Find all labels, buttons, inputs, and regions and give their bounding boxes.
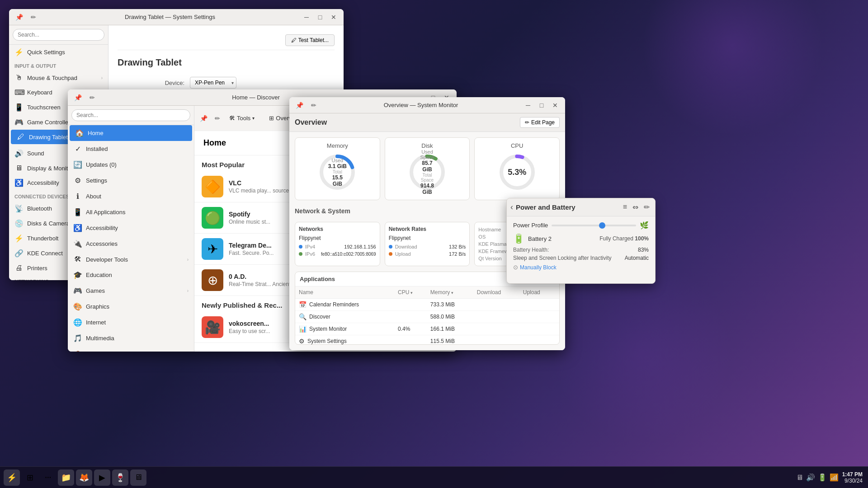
browser-btn[interactable]: 🦊 bbox=[76, 469, 92, 486]
disc-settings-label: Settings bbox=[86, 177, 107, 184]
power-settings-icon[interactable]: ⇔ bbox=[631, 201, 640, 213]
upload-rate-row: Upload 172 B/s bbox=[389, 250, 466, 258]
disc-item-internet[interactable]: 🌐 Internet bbox=[68, 314, 194, 330]
table-row[interactable]: 📅 Calendar Reminders 733.3 MiB bbox=[295, 299, 559, 311]
settings-minimize-btn[interactable]: ─ bbox=[300, 11, 313, 23]
col-upload[interactable]: Upload bbox=[519, 286, 559, 299]
settings-pin-btn[interactable]: 📌 bbox=[13, 11, 25, 23]
table-row[interactable]: 🔍 Discover 588.0 MiB bbox=[295, 311, 559, 323]
start-btn[interactable]: ⚡ bbox=[4, 469, 20, 486]
kde-connect-icon: 🔗 bbox=[14, 249, 24, 258]
task-manager-btn[interactable]: ⊞ bbox=[22, 469, 38, 486]
sysmon-edit-btn[interactable]: ✏ bbox=[307, 99, 320, 112]
upload-dot bbox=[389, 252, 392, 256]
discover-edit-btn[interactable]: ✏ bbox=[86, 91, 99, 104]
sysmon-maximize-btn[interactable]: □ bbox=[535, 99, 548, 112]
settings-maximize-btn[interactable]: □ bbox=[314, 11, 326, 23]
discover-search-input[interactable] bbox=[71, 109, 190, 121]
clock[interactable]: 1:47 PM 9/30/24 bbox=[842, 471, 863, 484]
power-panel[interactable]: ‹ Power and Battery ≡ ⇔ ✏ Power Profile … bbox=[506, 198, 656, 284]
device-control: XP-Pen Pen bbox=[190, 77, 236, 89]
settings-search-input[interactable] bbox=[13, 29, 104, 41]
tray-volume-icon[interactable]: 🔊 bbox=[806, 473, 815, 482]
download-dot bbox=[389, 245, 392, 249]
power-profile-slider[interactable] bbox=[552, 225, 636, 226]
power-back-btn[interactable]: ‹ bbox=[510, 202, 513, 212]
settings-search-wrap bbox=[9, 25, 108, 45]
disc-item-graphics[interactable]: 🎨 Graphics bbox=[68, 299, 194, 314]
monitor-btn[interactable]: 🖥 bbox=[130, 469, 146, 486]
table-row[interactable]: ⚙ System Settings 115.5 MiB bbox=[295, 335, 559, 345]
sound-icon: 🔊 bbox=[14, 149, 24, 158]
col-name[interactable]: Name bbox=[295, 286, 394, 299]
settings-close-btn[interactable]: ✕ bbox=[327, 11, 340, 23]
manually-block-btn[interactable]: Manually Block bbox=[520, 264, 557, 271]
sysmon-edit-page-btn[interactable]: ✏ Edit Page bbox=[520, 117, 560, 128]
disks-label: Disks & Cameras bbox=[27, 220, 72, 227]
disc-item-office[interactable]: 💼 Office bbox=[68, 346, 194, 352]
bluetooth-label: Bluetooth bbox=[27, 205, 52, 212]
battery-pct: 100% bbox=[635, 235, 649, 242]
disc-item-dev-tools[interactable]: 🛠 Developer Tools › bbox=[68, 252, 194, 267]
disc-item-installed[interactable]: ✓ Installed bbox=[68, 141, 194, 157]
internet-icon: 🌐 bbox=[73, 318, 82, 327]
power-edit-icon[interactable]: ✏ bbox=[642, 201, 651, 213]
sidebar-item-quick-settings[interactable]: ⚡ Quick Settings bbox=[9, 45, 108, 60]
discover-cpu bbox=[394, 311, 427, 323]
sysmon-memory: 166.1 MiB bbox=[427, 323, 473, 335]
disc-item-home[interactable]: 🏠 Home bbox=[70, 125, 192, 141]
disc-item-multimedia[interactable]: 🎵 Multimedia bbox=[68, 330, 194, 346]
tray-wifi-icon[interactable]: 📶 bbox=[830, 473, 839, 482]
apps-table: Name CPU Memory Download Upload 📅 bbox=[295, 286, 559, 345]
discover-pin-btn[interactable]: 📌 bbox=[71, 91, 84, 104]
power-action-icons: ≡ ⇔ ✏ bbox=[621, 201, 651, 213]
disc-tools-btn[interactable]: 🛠 Tools ▾ bbox=[224, 113, 260, 124]
test-tablet-btn[interactable]: 🖊 Test Tablet... bbox=[285, 34, 335, 46]
0ad-icon: ⊕ bbox=[208, 273, 218, 288]
disc-item-settings[interactable]: ⚙ Settings bbox=[68, 173, 194, 188]
sleep-label: Sleep and Screen Locking after Inactivit… bbox=[513, 255, 623, 261]
net-rates-name: Flippynet bbox=[389, 235, 466, 241]
sysmon-pin-btn[interactable]: 📌 bbox=[293, 99, 306, 112]
wine-btn[interactable]: 🍷 bbox=[112, 469, 128, 486]
taskbar-right: 🖥 🔊 🔋 📶 1:47 PM 9/30/24 bbox=[796, 471, 868, 484]
sidebar-item-mouse[interactable]: 🖱 Mouse & Touchpad › bbox=[9, 70, 108, 85]
col-memory[interactable]: Memory bbox=[427, 286, 473, 299]
device-select[interactable]: XP-Pen Pen bbox=[190, 77, 236, 89]
disc-item-accessories[interactable]: 🔌 Accessories bbox=[68, 236, 194, 252]
sysmon-win-controls-left: 📌 ✏ bbox=[293, 99, 320, 112]
disc-item-education[interactable]: 🎓 Education bbox=[68, 267, 194, 283]
settings-memory: 115.5 MiB bbox=[427, 335, 473, 345]
disc-item-all-apps[interactable]: 📱 All Applications bbox=[68, 204, 194, 220]
settings-titlebar: 📌 ✏ Drawing Tablet — System Settings ─ □… bbox=[9, 9, 344, 25]
terminal-btn[interactable]: ▶ bbox=[94, 469, 110, 486]
home-label: Home bbox=[88, 130, 104, 136]
sysmon-close-btn[interactable]: ✕ bbox=[549, 99, 561, 112]
disc-item-accessibility[interactable]: ♿ Accessibility bbox=[68, 220, 194, 236]
settings-edit-btn[interactable]: ✏ bbox=[27, 11, 40, 23]
power-menu-icon[interactable]: ≡ bbox=[621, 201, 629, 213]
files-icon: 📁 bbox=[61, 473, 71, 483]
tray-battery-icon[interactable]: 🔋 bbox=[818, 473, 827, 482]
disc-item-about[interactable]: ℹ About bbox=[68, 188, 194, 204]
mouse-icon: 🖱 bbox=[14, 74, 24, 82]
files-btn[interactable]: 📁 bbox=[58, 469, 74, 486]
apps-btn[interactable]: ⋯ bbox=[40, 469, 56, 486]
settings-app-icon: ⚙ bbox=[299, 338, 305, 345]
network-rates-title: Network Rates bbox=[389, 226, 466, 232]
col-cpu[interactable]: CPU bbox=[394, 286, 427, 299]
tray-network-icon[interactable]: 🖥 bbox=[796, 474, 803, 482]
sleep-val: Automatic bbox=[625, 255, 649, 261]
calendar-upload bbox=[519, 299, 559, 311]
col-download[interactable]: Download bbox=[473, 286, 519, 299]
disc-item-updates[interactable]: 🔄 Updates (0) bbox=[68, 157, 194, 173]
bluetooth-icon: 📡 bbox=[14, 204, 24, 213]
table-row[interactable]: 📊 System Monitor 0.4% 166.1 MiB bbox=[295, 323, 559, 335]
health-val: 83% bbox=[638, 247, 649, 253]
disc-accessibility-label: Accessibility bbox=[86, 225, 118, 231]
settings-download bbox=[473, 335, 519, 345]
disc-item-games[interactable]: 🎮 Games › bbox=[68, 283, 194, 299]
sysmon-minimize-btn[interactable]: ─ bbox=[522, 99, 534, 112]
dev-tools-icon: 🛠 bbox=[73, 255, 82, 263]
ipv6-dot bbox=[299, 252, 302, 256]
